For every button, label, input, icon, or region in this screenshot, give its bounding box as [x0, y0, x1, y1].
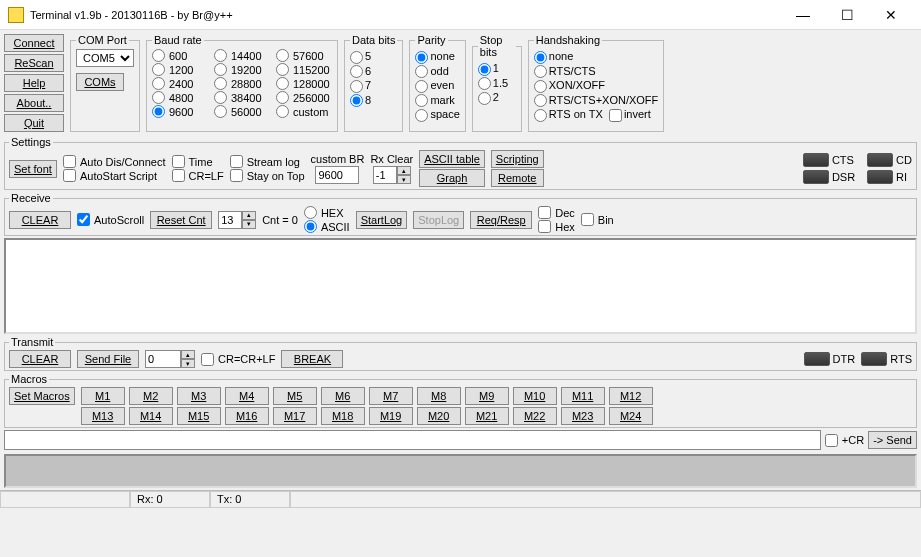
cnt-n-input[interactable]	[218, 211, 242, 229]
custombr-input[interactable]	[315, 166, 359, 184]
reqresp-button[interactable]: Req/Resp	[470, 211, 532, 229]
crlf-check[interactable]: CR=LF	[172, 169, 224, 182]
macro-m18[interactable]: M18	[321, 407, 365, 425]
rxclear-input[interactable]	[373, 166, 397, 184]
autodis-check[interactable]: Auto Dis/Connect	[63, 155, 166, 168]
macro-m9[interactable]: M9	[465, 387, 509, 405]
streamlog-check[interactable]: Stream log	[230, 155, 305, 168]
graph-button[interactable]: Graph	[419, 169, 485, 187]
baud-56000[interactable]: 56000	[214, 105, 270, 118]
crcrlf-check[interactable]: CR=CR+LF	[201, 353, 275, 366]
rxclear-down[interactable]: ▾	[397, 175, 411, 184]
macro-m10[interactable]: M10	[513, 387, 557, 405]
help-button[interactable]: Help	[4, 74, 64, 92]
time-check[interactable]: Time	[172, 155, 224, 168]
comport-select[interactable]: COM5	[76, 49, 134, 67]
cnt-down[interactable]: ▾	[242, 220, 256, 229]
databits-5[interactable]: 5	[350, 50, 397, 64]
cnt-up[interactable]: ▴	[242, 211, 256, 220]
hand-xonxoff[interactable]: XON/XOFF	[534, 79, 659, 93]
baud-custom[interactable]: custom	[276, 105, 332, 118]
rts-toggle[interactable]: RTS	[861, 352, 912, 366]
stayontop-check[interactable]: Stay on Top	[230, 169, 305, 182]
macro-m16[interactable]: M16	[225, 407, 269, 425]
hex-check[interactable]: Hex	[538, 220, 575, 233]
ascii-radio[interactable]: ASCII	[304, 220, 350, 233]
macro-m19[interactable]: M19	[369, 407, 413, 425]
macro-m22[interactable]: M22	[513, 407, 557, 425]
maximize-button[interactable]: ☐	[825, 1, 869, 29]
macro-m23[interactable]: M23	[561, 407, 605, 425]
bin-check[interactable]: Bin	[581, 213, 614, 226]
macro-m24[interactable]: M24	[609, 407, 653, 425]
send-input[interactable]	[4, 430, 821, 450]
macro-m13[interactable]: M13	[81, 407, 125, 425]
resetcnt-button[interactable]: Reset Cnt	[150, 211, 212, 229]
hand-both[interactable]: RTS/CTS+XON/XOFF	[534, 94, 659, 108]
macro-m14[interactable]: M14	[129, 407, 173, 425]
baud-1200[interactable]: 1200	[152, 63, 208, 76]
baud-9600[interactable]: 9600	[152, 105, 208, 118]
parity-mark[interactable]: mark	[415, 94, 459, 108]
macro-m3[interactable]: M3	[177, 387, 221, 405]
remote-button[interactable]: Remote	[491, 169, 544, 187]
baud-14400[interactable]: 14400	[214, 49, 270, 62]
macro-m5[interactable]: M5	[273, 387, 317, 405]
quit-button[interactable]: Quit	[4, 114, 64, 132]
coms-button[interactable]: COMs	[76, 73, 124, 91]
dtr-toggle[interactable]: DTR	[804, 352, 856, 366]
setmacros-button[interactable]: Set Macros	[9, 387, 75, 405]
parity-space[interactable]: space	[415, 108, 459, 122]
scripting-button[interactable]: Scripting	[491, 150, 544, 168]
macro-m11[interactable]: M11	[561, 387, 605, 405]
about-button[interactable]: About..	[4, 94, 64, 112]
macro-m6[interactable]: M6	[321, 387, 365, 405]
macro-m20[interactable]: M20	[417, 407, 461, 425]
baud-57600[interactable]: 57600	[276, 49, 332, 62]
send-button[interactable]: -> Send	[868, 431, 917, 449]
sf-down[interactable]: ▾	[181, 359, 195, 368]
baud-19200[interactable]: 19200	[214, 63, 270, 76]
receive-textarea[interactable]	[4, 238, 917, 334]
hand-rtscts[interactable]: RTS/CTS	[534, 65, 659, 79]
transmit-textarea[interactable]	[4, 454, 917, 488]
autostart-check[interactable]: AutoStart Script	[63, 169, 166, 182]
sendfile-button[interactable]: Send File	[77, 350, 139, 368]
baud-115200[interactable]: 115200	[276, 63, 332, 76]
dec-check[interactable]: Dec	[538, 206, 575, 219]
macro-m2[interactable]: M2	[129, 387, 173, 405]
startlog-button[interactable]: StartLog	[356, 211, 408, 229]
baud-2400[interactable]: 2400	[152, 77, 208, 90]
hand-rtsontx[interactable]: RTS on TX invert	[534, 108, 659, 122]
close-button[interactable]: ✕	[869, 1, 913, 29]
cr-check[interactable]: +CR	[825, 434, 864, 447]
setfont-button[interactable]: Set font	[9, 160, 57, 178]
sendfile-num-input[interactable]	[145, 350, 181, 368]
minimize-button[interactable]: —	[781, 1, 825, 29]
macro-m21[interactable]: M21	[465, 407, 509, 425]
macro-m1[interactable]: M1	[81, 387, 125, 405]
baud-128000[interactable]: 128000	[276, 77, 332, 90]
macro-m4[interactable]: M4	[225, 387, 269, 405]
transmit-clear-button[interactable]: CLEAR	[9, 350, 71, 368]
connect-button[interactable]: Connect	[4, 34, 64, 52]
parity-even[interactable]: even	[415, 79, 459, 93]
macro-m15[interactable]: M15	[177, 407, 221, 425]
stopbits-2[interactable]: 2	[478, 91, 516, 105]
receive-clear-button[interactable]: CLEAR	[9, 211, 71, 229]
databits-7[interactable]: 7	[350, 79, 397, 93]
parity-odd[interactable]: odd	[415, 65, 459, 79]
rescan-button[interactable]: ReScan	[4, 54, 64, 72]
autoscroll-check[interactable]: AutoScroll	[77, 213, 144, 226]
baud-4800[interactable]: 4800	[152, 91, 208, 104]
macro-m7[interactable]: M7	[369, 387, 413, 405]
asciitable-button[interactable]: ASCII table	[419, 150, 485, 168]
databits-6[interactable]: 6	[350, 65, 397, 79]
stopbits-15[interactable]: 1.5	[478, 77, 516, 91]
macro-m17[interactable]: M17	[273, 407, 317, 425]
baud-256000[interactable]: 256000	[276, 91, 332, 104]
invert-check[interactable]	[609, 109, 622, 122]
hand-none[interactable]: none	[534, 50, 659, 64]
sf-up[interactable]: ▴	[181, 350, 195, 359]
databits-8[interactable]: 8	[350, 94, 397, 108]
